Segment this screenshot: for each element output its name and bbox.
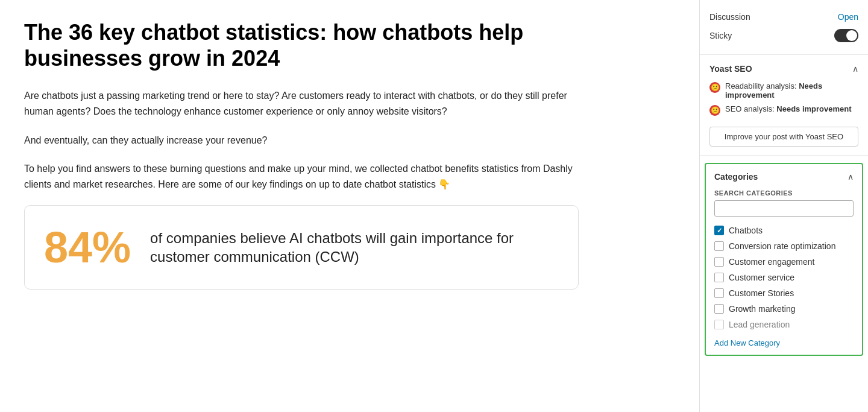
sticky-label: Sticky — [709, 31, 732, 40]
stat-text: of companies believe AI chatbots will ga… — [150, 229, 559, 266]
category-chatbots-checkbox[interactable] — [714, 226, 724, 235]
category-customer-stories-label: Customer Stories — [729, 288, 794, 298]
category-chatbots[interactable]: Chatbots — [714, 223, 854, 238]
stat-card: 84% of companies believe AI chatbots wil… — [24, 205, 579, 290]
category-growth-marketing-label: Growth marketing — [729, 304, 795, 314]
discussion-label: Discussion — [709, 12, 750, 22]
category-customer-engagement-checkbox[interactable] — [714, 257, 724, 267]
category-list: Chatbots Conversion rate optimization Cu… — [714, 223, 854, 332]
stat-percent: 84% — [44, 223, 131, 272]
discussion-section: Discussion Open Sticky — [700, 0, 868, 55]
categories-section: Categories SEARCH CATEGORIES Chatbots Co… — [705, 163, 863, 356]
yoast-readability-icon — [709, 82, 720, 93]
category-chatbots-label: Chatbots — [729, 226, 763, 235]
yoast-header: Yoast SEO — [709, 63, 858, 74]
yoast-seo-text: SEO analysis: Needs improvement — [725, 104, 852, 113]
search-categories-input[interactable] — [714, 200, 854, 217]
category-growth-marketing-checkbox[interactable] — [714, 304, 724, 314]
search-categories-label: SEARCH CATEGORIES — [714, 189, 854, 197]
improve-yoast-button[interactable]: Improve your post with Yoast SEO — [709, 127, 858, 147]
add-new-category-link[interactable]: Add New Category — [714, 338, 854, 347]
sticky-toggle[interactable] — [834, 29, 858, 42]
category-conversion-checkbox[interactable] — [714, 241, 724, 251]
category-customer-stories[interactable]: Customer Stories — [714, 285, 854, 301]
yoast-title: Yoast SEO — [709, 64, 752, 74]
discussion-open-link[interactable]: Open — [838, 12, 858, 22]
discussion-row: Discussion Open — [709, 8, 858, 25]
category-lead-generation-label: Lead generation — [729, 320, 790, 329]
yoast-readability-item: Readability analysis: Needs improvement — [709, 81, 858, 100]
yoast-collapse-icon[interactable] — [852, 63, 858, 74]
categories-header: Categories — [714, 171, 854, 182]
post-title: The 36 key chatbot statistics: how chatb… — [24, 19, 567, 71]
sidebar: Discussion Open Sticky Yoast SEO Readabi… — [699, 0, 868, 412]
paragraph-2: And eventually, can they actually increa… — [24, 133, 579, 148]
category-customer-engagement-label: Customer engagement — [729, 257, 814, 267]
yoast-section: Yoast SEO Readability analysis: Needs im… — [700, 55, 868, 156]
yoast-seo-item: SEO analysis: Needs improvement — [709, 104, 858, 116]
post-body: Are chatbots just a passing marketing tr… — [24, 88, 675, 192]
paragraph-1: Are chatbots just a passing marketing tr… — [24, 88, 579, 119]
main-content: The 36 key chatbot statistics: how chatb… — [0, 0, 699, 412]
category-customer-service[interactable]: Customer service — [714, 270, 854, 285]
category-conversion[interactable]: Conversion rate optimization — [714, 238, 854, 254]
category-customer-service-label: Customer service — [729, 273, 794, 282]
category-lead-generation[interactable]: Lead generation — [714, 317, 854, 332]
category-growth-marketing[interactable]: Growth marketing — [714, 301, 854, 317]
categories-collapse-icon[interactable] — [848, 171, 854, 182]
sticky-row: Sticky — [709, 25, 858, 46]
category-customer-service-checkbox[interactable] — [714, 273, 724, 282]
category-customer-engagement[interactable]: Customer engagement — [714, 254, 854, 270]
categories-title: Categories — [714, 172, 758, 182]
paragraph-3: To help you find answers to these burnin… — [24, 161, 579, 192]
yoast-seo-icon — [709, 105, 720, 116]
yoast-readability-text: Readability analysis: Needs improvement — [725, 81, 858, 100]
category-conversion-label: Conversion rate optimization — [729, 241, 835, 251]
category-lead-generation-checkbox[interactable] — [714, 320, 724, 329]
category-customer-stories-checkbox[interactable] — [714, 288, 724, 298]
